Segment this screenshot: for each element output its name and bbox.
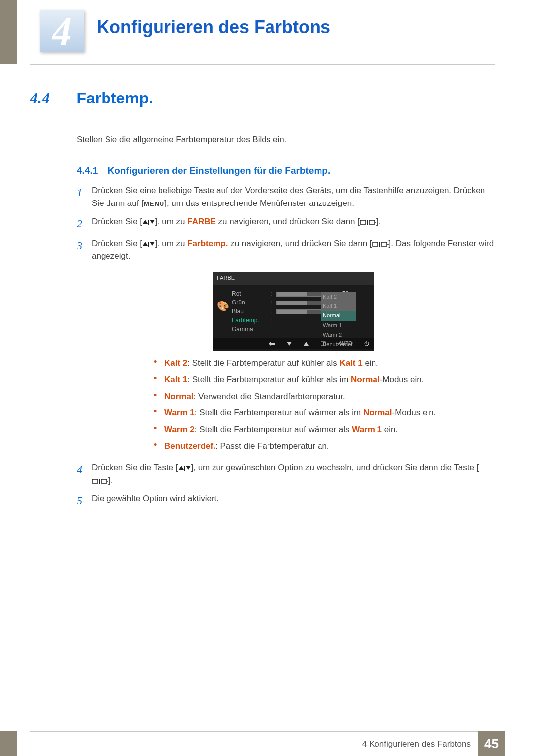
steps-list: 1 Drücken Sie eine beliebige Taste auf d… (77, 184, 495, 509)
down-icon (287, 342, 292, 346)
step-body: Drücken Sie [], um zu FARBE zu navigiere… (92, 215, 495, 232)
bullet-dot: • (154, 423, 164, 436)
svg-marker-14 (304, 342, 309, 346)
svg-marker-20 (186, 466, 191, 470)
osd-option: Kalt 2 (321, 292, 356, 302)
step-3: 3 Drücken Sie [], um zu Farbtemp. zu nav… (77, 237, 495, 456)
bullet-item: •Normal: Verwendet die Standardfarbtempe… (154, 390, 495, 403)
osd-body: 🎨 Rot:50Grün:50Blau:50 Farbtemp.: Kalt 2… (213, 285, 374, 338)
footer-label: 4 Konfigurieren des Farbtons (362, 739, 471, 749)
step-body: Drücken Sie eine beliebige Taste auf der… (92, 184, 495, 210)
svg-marker-8 (150, 242, 155, 246)
bullet-dot: • (154, 406, 164, 419)
svg-rect-9 (373, 242, 378, 246)
osd-option: Benutzerdef. (321, 340, 356, 349)
menu-label: MENU (144, 200, 164, 207)
page-footer: 4 Konfigurieren des Farbtons 45 (0, 731, 535, 756)
osd-row-farbtemp: Farbtemp.: Kalt 2Kalt 1NormalWarm 1Warm … (232, 316, 370, 325)
header-rule (30, 64, 495, 65)
back-icon (269, 341, 275, 346)
chapter-title: Konfigurieren des Farbtons (97, 17, 330, 38)
power-icon (364, 341, 369, 346)
svg-marker-12 (269, 341, 275, 346)
bullet-item: •Warm 2: Stellt die Farbtemperatur auf w… (154, 423, 495, 436)
step-body: Die gewählte Option wird aktiviert. (92, 492, 495, 509)
osd-title: FARBE (213, 272, 374, 284)
bullet-dot: • (154, 390, 164, 403)
osd-option: Warm 2 (321, 330, 356, 340)
svg-rect-5 (369, 220, 374, 224)
bullet-dot: • (154, 373, 164, 386)
bullet-item: •Warm 1: Stellt die Farbtemperatur auf w… (154, 406, 495, 419)
step-4: 4 Drücken Sie die Taste [], um zur gewün… (77, 461, 495, 488)
svg-rect-11 (381, 242, 387, 246)
bullet-dot: • (154, 357, 164, 370)
svg-rect-4 (367, 220, 368, 225)
section-title: Farbtemp. (76, 89, 153, 107)
enter-source-icon (372, 241, 389, 248)
side-strip-top (0, 0, 17, 64)
bullet-list: •Kalt 2: Stellt die Farbtemperatur auf k… (154, 357, 495, 453)
svg-rect-22 (99, 479, 100, 484)
svg-marker-13 (287, 342, 292, 346)
up-down-icon (142, 241, 155, 248)
svg-rect-3 (360, 220, 366, 224)
footer-rule (30, 731, 505, 732)
chapter-badge: 4 (40, 10, 84, 52)
manual-page: 4 Konfigurieren des Farbtons 4.4 Farbtem… (0, 0, 535, 756)
bullet-item: •Kalt 1: Stellt die Farbtemperatur auf k… (154, 373, 495, 386)
svg-marker-6 (143, 242, 148, 246)
up-icon (304, 342, 309, 346)
section-number: 4.4 (30, 89, 74, 107)
svg-marker-0 (143, 220, 148, 224)
bullet-dot: • (154, 440, 164, 453)
subsection-title: Konfigurieren der Einstellungen für die … (107, 165, 330, 176)
osd-option: Warm 1 (321, 321, 356, 330)
osd-option: Kalt 1 (321, 302, 356, 311)
step-number: 2 (77, 215, 92, 232)
step-2: 2 Drücken Sie [], um zu FARBE zu navigie… (77, 215, 495, 232)
step-number: 4 (77, 461, 92, 488)
svg-rect-1 (148, 220, 149, 225)
svg-marker-18 (179, 466, 184, 470)
svg-marker-2 (150, 220, 155, 224)
step-number: 3 (77, 237, 92, 456)
chapter-number: 4 (52, 11, 72, 51)
enter-source-icon (92, 478, 108, 485)
step-number: 1 (77, 184, 92, 210)
osd-window: FARBE 🎨 Rot:50Grün:50Blau:50 Farbtemp.: … (213, 272, 374, 351)
step-number: 5 (77, 492, 92, 509)
subsection-number: 4.4.1 (77, 165, 106, 176)
step-body: Drücken Sie die Taste [], um zur gewünsc… (92, 461, 495, 488)
content: 4.4 Farbtemp. Stellen Sie die allgemeine… (30, 89, 495, 514)
intro-text: Stellen Sie die allgemeine Farbtemperatu… (77, 135, 495, 145)
svg-rect-7 (148, 242, 149, 247)
nav-target: Farbtemp. (187, 239, 228, 248)
nav-target: FARBE (187, 217, 216, 226)
svg-rect-10 (379, 242, 380, 247)
up-down-icon (178, 465, 191, 472)
osd-option: Normal (321, 311, 356, 320)
up-down-icon (142, 219, 155, 226)
step-5: 5 Die gewählte Option wird aktiviert. (77, 492, 495, 509)
step-1: 1 Drücken Sie eine beliebige Taste auf d… (77, 184, 495, 210)
page-number: 45 (478, 731, 505, 756)
svg-rect-21 (92, 479, 98, 483)
svg-rect-19 (184, 466, 185, 471)
svg-rect-23 (101, 479, 107, 483)
bullet-item: •Kalt 2: Stellt die Farbtemperatur auf k… (154, 357, 495, 370)
bullet-item: •Benutzerdef.: Passt die Farbtemperatur … (154, 440, 495, 453)
enter-source-icon (360, 219, 376, 226)
step-body: Drücken Sie [], um zu Farbtemp. zu navig… (92, 237, 495, 456)
palette-icon: 🎨 (217, 299, 229, 314)
